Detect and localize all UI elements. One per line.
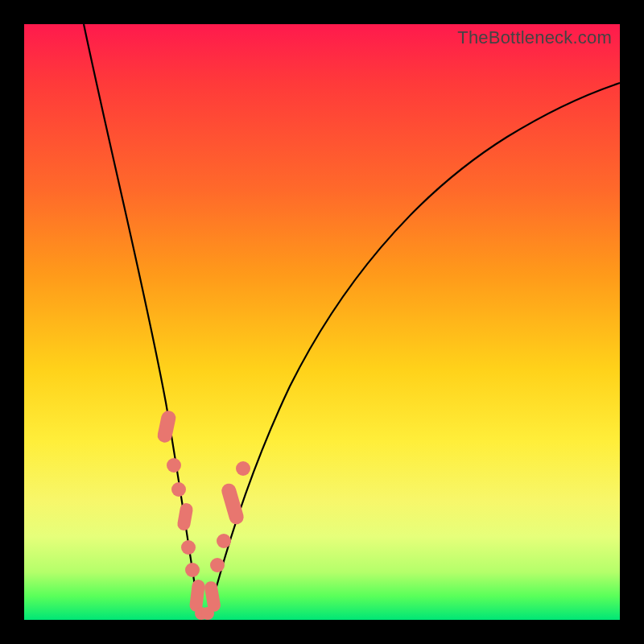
curve-right-branch	[206, 83, 620, 618]
plot-area: TheBottleneck.com	[24, 24, 620, 620]
outer-frame: TheBottleneck.com	[0, 0, 644, 644]
chart-svg	[24, 24, 620, 620]
svg-point-10	[210, 558, 225, 572]
markers-left	[156, 410, 208, 620]
svg-point-5	[185, 563, 200, 577]
svg-rect-0	[156, 410, 177, 444]
svg-point-2	[171, 482, 186, 497]
svg-rect-3	[176, 502, 194, 531]
svg-point-13	[236, 461, 250, 476]
svg-point-11	[217, 534, 231, 548]
markers-right	[201, 461, 250, 620]
svg-point-1	[167, 458, 181, 473]
svg-point-4	[181, 540, 196, 555]
